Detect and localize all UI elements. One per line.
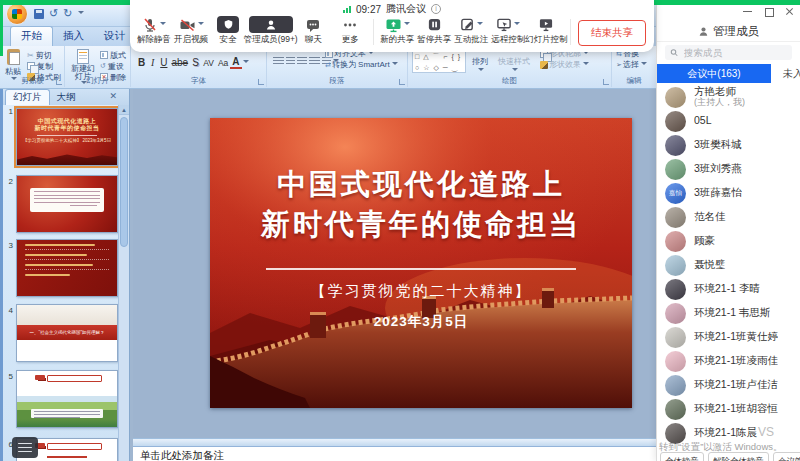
member-row[interactable]: 嘉怡 3班薛嘉怡 bbox=[657, 181, 800, 205]
drawing-dialog-launcher[interactable] bbox=[603, 79, 609, 85]
member-row[interactable]: 聂悦璧 bbox=[657, 253, 800, 277]
arrange-button[interactable]: 排列 bbox=[472, 56, 488, 74]
member-row[interactable]: 环境21-1班卢佳洁 bbox=[657, 373, 800, 397]
slide-date: 2023年3月5日 bbox=[210, 313, 632, 331]
floating-tool-widget[interactable] bbox=[12, 437, 38, 458]
text-lines-placeholder bbox=[30, 188, 104, 212]
quick-styles-button[interactable]: 快速样式 bbox=[498, 56, 530, 74]
member-row[interactable]: 环境21-1 韦思斯 bbox=[657, 301, 800, 325]
pause-share-button[interactable]: 暂停共享 bbox=[418, 16, 450, 46]
justify-icon[interactable] bbox=[309, 57, 320, 66]
reset-button[interactable]: ↺重设 bbox=[100, 61, 126, 71]
manage-members-button[interactable]: 管理成员(99+) bbox=[249, 16, 292, 46]
clipboard-dialog-launcher[interactable] bbox=[56, 79, 62, 85]
underline-button[interactable]: U bbox=[158, 57, 169, 68]
slides-pane: 幻灯片 大纲 ✕ 1 中国式现代化道路上新时代青年的使命担当 【学习贯彻党的二十… bbox=[0, 89, 130, 461]
change-case-button[interactable]: Aa bbox=[216, 58, 230, 68]
member-action-button[interactable]: 全体静音 bbox=[660, 452, 704, 461]
bold-button[interactable]: B bbox=[136, 57, 147, 68]
search-input[interactable] bbox=[682, 46, 787, 59]
ribbon-tab[interactable]: 开始 bbox=[10, 26, 53, 46]
end-share-button[interactable]: 结束共享 bbox=[578, 20, 646, 46]
member-actions: 全体静音 解除全体静音 会议管理 bbox=[660, 452, 800, 461]
new-share-button[interactable]: 新的共享 bbox=[381, 16, 413, 46]
shapes-gallery[interactable]: □ △ ⌒ ⌐ { }○ ☆ ◇ ─ ‿ bbox=[412, 49, 466, 73]
pane-scrollbar[interactable]: ▲ bbox=[118, 105, 129, 461]
slide-control-button[interactable]: 幻灯片控制 bbox=[529, 16, 563, 46]
strikethrough-button[interactable]: abe bbox=[169, 57, 190, 68]
member-row[interactable]: 05L bbox=[657, 109, 800, 133]
pane-tab-slides[interactable]: 幻灯片 bbox=[5, 89, 50, 105]
save-icon[interactable] bbox=[34, 9, 44, 19]
dropdown-caret[interactable] bbox=[160, 22, 166, 28]
maximize-icon[interactable] bbox=[764, 7, 773, 16]
member-row[interactable]: 环境21-1 李晴 bbox=[657, 277, 800, 301]
member-action-button[interactable]: 解除全体静音 bbox=[708, 452, 769, 461]
person-icon bbox=[698, 26, 709, 37]
redo-icon[interactable]: ↻ bbox=[63, 7, 72, 20]
italic-button[interactable]: I bbox=[147, 57, 158, 68]
member-action-button[interactable]: 会议管理 bbox=[773, 452, 800, 461]
slide-editor-area[interactable]: 中国式现代化道路上 新时代青年的使命担当 【学习贯彻党的二十大精神】 2023年… bbox=[133, 89, 660, 438]
pane-tab-outline[interactable]: 大纲 bbox=[50, 90, 83, 105]
member-row[interactable]: 3班樊科城 bbox=[657, 133, 800, 157]
text-shadow-button[interactable]: S bbox=[190, 57, 201, 68]
minimize-icon[interactable] bbox=[743, 7, 752, 16]
member-row[interactable]: 范名佳 bbox=[657, 205, 800, 229]
slide-control-icon bbox=[538, 17, 554, 32]
align-right-icon[interactable] bbox=[297, 57, 307, 66]
member-row[interactable]: 方艳老师 (主持人，我) bbox=[657, 85, 800, 109]
scrollbar-thumb[interactable] bbox=[120, 117, 128, 247]
start-video-button[interactable]: 开启视频 bbox=[175, 16, 207, 46]
member-search[interactable] bbox=[665, 45, 792, 60]
member-name: 环境21-1班凌雨佳 bbox=[694, 355, 778, 367]
dropdown-caret[interactable] bbox=[198, 22, 204, 28]
align-left-icon[interactable] bbox=[273, 57, 284, 66]
select-button[interactable]: ➢选择 bbox=[616, 59, 647, 70]
ribbon-tab[interactable]: 设计 bbox=[94, 27, 135, 46]
tab-in-meeting[interactable]: 会议中(163) bbox=[657, 64, 771, 83]
tab-not-joined[interactable]: 未入会 bbox=[771, 64, 800, 83]
member-row[interactable]: 环境21-1班凌雨佳 bbox=[657, 349, 800, 373]
character-spacing-button[interactable]: AV bbox=[201, 58, 216, 68]
annotation-button[interactable]: 互动批注 bbox=[455, 16, 487, 46]
layout-icon bbox=[100, 51, 108, 59]
remote-control-button[interactable]: 远程控制 bbox=[492, 16, 524, 46]
slide-thumbnail-1[interactable]: 1 中国式现代化道路上新时代青年的使命担当 【学习贯彻党的二十大精神】 2023… bbox=[3, 105, 121, 169]
security-button[interactable]: 安全 bbox=[212, 16, 244, 46]
shape-effects-button[interactable]: 形状效果 bbox=[540, 59, 589, 70]
paragraph-dialog-launcher[interactable] bbox=[399, 79, 405, 85]
ribbon-tab[interactable]: 插入 bbox=[53, 27, 94, 46]
smartart-button[interactable]: ⇄转换为 SmartArt bbox=[325, 59, 398, 70]
unmute-button[interactable]: 解除静音 bbox=[138, 16, 170, 46]
font-color-button[interactable]: A bbox=[230, 56, 241, 69]
dropdown-caret[interactable] bbox=[404, 22, 410, 28]
close-icon[interactable] bbox=[785, 7, 794, 16]
chat-button[interactable]: 聊天 bbox=[297, 16, 329, 46]
notes-pane[interactable]: 单击此处添加备注 bbox=[133, 446, 660, 461]
info-icon[interactable]: i bbox=[431, 4, 441, 14]
member-row[interactable]: 顾豪 bbox=[657, 229, 800, 253]
align-center-icon[interactable] bbox=[286, 57, 295, 66]
qat-dropdown-icon[interactable] bbox=[78, 11, 84, 17]
current-slide[interactable]: 中国式现代化道路上 新时代青年的使命担当 【学习贯彻党的二十大精神】 2023年… bbox=[210, 118, 632, 408]
clipboard-group-label: 剪贴板 bbox=[1, 76, 64, 86]
undo-icon[interactable]: ↺ bbox=[49, 7, 58, 20]
pane-close-icon[interactable]: ✕ bbox=[109, 91, 117, 101]
cut-button[interactable]: ✂剪切 bbox=[27, 50, 61, 60]
dropdown-caret[interactable] bbox=[514, 22, 520, 28]
office-button[interactable] bbox=[6, 3, 28, 25]
more-button[interactable]: 更多 bbox=[334, 16, 366, 46]
copy-button[interactable]: 复制 bbox=[27, 61, 61, 71]
select-arrow-icon: ➢ bbox=[616, 61, 622, 69]
ribbon: 粘贴 ✂剪切 复制 格式刷 剪贴板 新建幻灯片 版式 ↺重设 bbox=[0, 46, 660, 89]
member-row[interactable]: 环境21-1班胡容恒 bbox=[657, 397, 800, 421]
member-row[interactable]: 环境21-1班黄仕婷 bbox=[657, 325, 800, 349]
notes-splitter[interactable] bbox=[133, 438, 660, 446]
font-dialog-launcher[interactable] bbox=[258, 79, 264, 85]
dropdown-caret[interactable] bbox=[477, 22, 483, 28]
member-name: 环境21-1班胡容恒 bbox=[694, 403, 778, 415]
member-row[interactable]: 3班刘秀燕 bbox=[657, 157, 800, 181]
scroll-up-icon[interactable]: ▲ bbox=[119, 105, 129, 115]
layout-button[interactable]: 版式 bbox=[100, 50, 126, 60]
